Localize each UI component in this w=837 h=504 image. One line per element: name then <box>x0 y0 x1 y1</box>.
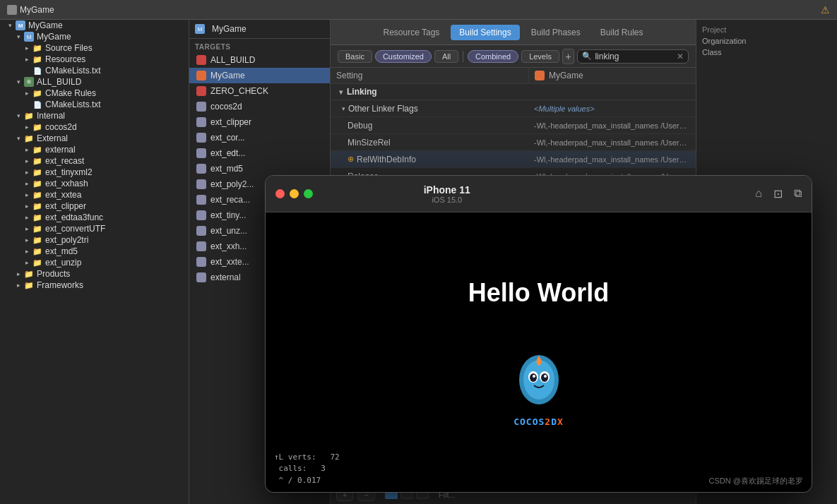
all-filter-btn[interactable]: All <box>434 50 458 63</box>
group-icon: 📁 <box>24 269 34 279</box>
sidebar-item-resources[interactable]: 📁 Resources <box>0 54 189 65</box>
target-label: ext_xxte... <box>210 257 249 267</box>
sidebar-item-external[interactable]: 📁 External <box>0 133 189 144</box>
chevron-icon <box>17 270 24 277</box>
section-chevron: ▾ <box>339 88 343 96</box>
rotate-btn[interactable]: ⊡ <box>773 187 783 200</box>
chevron-icon <box>25 236 32 244</box>
target-item-cocos2d[interactable]: cocos2d <box>189 99 330 114</box>
target-label: ext_clipper <box>210 117 251 127</box>
target-icon-ext-md5 <box>196 164 206 174</box>
sidebar-label: ALL_BUILD <box>37 77 81 87</box>
file-navigator: M MyGame M MyGame 📁 Source Files 📁 Resou… <box>0 20 189 504</box>
target-label: ext_unz... <box>210 226 247 236</box>
sidebar-item-ext-edtaa3func[interactable]: 📁 ext_edtaa3func <box>0 212 189 223</box>
group-icon: 📁 <box>32 212 42 222</box>
sidebar-item-ext-unzip[interactable]: 📁 ext_unzip <box>0 257 189 268</box>
chevron-icon <box>25 225 32 232</box>
sidebar-item-mygame-root[interactable]: M MyGame <box>0 20 189 31</box>
relwithdebinfo-row[interactable]: ⊕ RelWithDebInfo -Wl,-headerpad_max_inst… <box>331 151 696 168</box>
sidebar-item-ext-clipper[interactable]: 📁 ext_clipper <box>0 200 189 212</box>
combined-filter-btn[interactable]: Combined <box>468 50 518 63</box>
target-label: ext_xxh... <box>210 241 247 251</box>
target-item-all-build[interactable]: ALL_BUILD <box>189 52 330 68</box>
linking-section-header[interactable]: ▾ Linking <box>331 84 696 100</box>
maximize-button[interactable] <box>304 189 313 198</box>
screenshot-btn[interactable]: ⧉ <box>794 187 802 200</box>
divider <box>463 51 463 62</box>
search-input[interactable] <box>595 52 674 61</box>
sidebar-item-frameworks[interactable]: 📁 Frameworks <box>0 280 189 291</box>
chevron-icon <box>25 259 32 266</box>
levels-filter-btn[interactable]: Levels <box>521 50 559 63</box>
sidebar-label: CMakeLists.txt <box>45 66 101 76</box>
sidebar-label: CMake Rules <box>45 88 96 98</box>
sidebar-label: MyGame <box>37 32 71 42</box>
search-icon: 🔍 <box>582 52 592 61</box>
tab-build-rules[interactable]: Build Rules <box>592 25 652 40</box>
sidebar-item-mygame-child[interactable]: M MyGame <box>0 31 189 42</box>
chevron-icon <box>17 282 24 289</box>
class-label: Class <box>702 48 831 56</box>
debug-row[interactable]: Debug -Wl,-headerpad_max_install_names /… <box>331 117 696 134</box>
target-icon-mygame <box>196 71 206 80</box>
sidebar-item-internal[interactable]: 📁 Internal <box>0 110 189 121</box>
target-label: ALL_BUILD <box>210 55 255 65</box>
clear-search-btn[interactable]: ✕ <box>677 52 684 61</box>
tab-build-phases[interactable]: Build Phases <box>523 25 589 40</box>
target-label: ZERO_CHECK <box>210 86 268 96</box>
chevron-icon <box>8 22 16 29</box>
group-icon: 📁 <box>32 235 42 245</box>
sidebar-item-cmakelists1[interactable]: 📄 CMakeLists.txt <box>0 65 189 76</box>
svg-point-4 <box>530 373 537 382</box>
target-item-ext-cor[interactable]: ext_cor... <box>189 130 330 145</box>
close-button[interactable] <box>275 189 285 198</box>
tab-build-settings[interactable]: Build Settings <box>451 25 519 40</box>
chevron-icon <box>25 157 32 164</box>
target-icon-ext-clipper <box>196 117 206 127</box>
sidebar-item-external-child[interactable]: 📁 external <box>0 144 189 155</box>
tab-resource-tags[interactable]: Resource Tags <box>375 25 449 40</box>
sidebar-item-ext-convertutf[interactable]: 📁 ext_convertUTF <box>0 223 189 234</box>
sidebar-item-ext-xxtea[interactable]: 📁 ext_xxtea <box>0 189 189 200</box>
cocos-logo-svg <box>507 350 571 414</box>
chevron-icon <box>25 169 32 176</box>
target-item-ext-clipper[interactable]: ext_clipper <box>189 114 330 130</box>
target-item-zero-check[interactable]: ZERO_CHECK <box>189 83 330 99</box>
sidebar-item-ext-poly2tri[interactable]: 📁 ext_poly2tri <box>0 234 189 246</box>
target-item-ext-md5[interactable]: ext_md5 <box>189 161 330 176</box>
sidebar-label: ext_clipper <box>45 201 86 211</box>
subsection-label: Other Linker Flags <box>348 104 418 114</box>
other-linker-flags-row[interactable]: ▾ Other Linker Flags <Multiple values> <box>331 100 696 117</box>
setting-value-multiple: <Multiple values> <box>528 102 696 115</box>
project-file-icon: M <box>16 20 25 30</box>
setting-name-label: RelWithDebInfo <box>357 155 416 164</box>
sidebar-item-ext-tinyxml2[interactable]: 📁 ext_tinyxml2 <box>0 167 189 178</box>
customized-filter-btn[interactable]: Customized <box>375 50 432 63</box>
sidebar-label: ext_xxhash <box>45 179 88 188</box>
minsizerel-row[interactable]: MinSizeRel -Wl,-headerpad_max_install_na… <box>331 134 696 151</box>
sidebar-item-all-build[interactable]: ⊞ ALL_BUILD <box>0 76 189 88</box>
sidebar-label: Source Files <box>45 43 93 53</box>
sidebar-item-cmake-rules[interactable]: 📁 CMake Rules <box>0 88 189 99</box>
target-item-ext-edt[interactable]: ext_edt... <box>189 145 330 161</box>
sidebar-item-source-files[interactable]: 📁 Source Files <box>0 42 189 54</box>
group-icon: 📁 <box>24 133 34 143</box>
sidebar-item-products[interactable]: 📁 Products <box>0 268 189 280</box>
home-btn[interactable]: ⌂ <box>755 187 762 200</box>
add-setting-btn[interactable]: + <box>562 49 574 64</box>
sidebar-item-cocos2d-internal[interactable]: 📁 cocos2d <box>0 121 189 133</box>
cocos-logo: COCOS2DX <box>507 350 571 427</box>
target-label: MyGame <box>210 71 245 80</box>
sidebar-item-cmakelists2[interactable]: 📄 CMakeLists.txt <box>0 99 189 110</box>
project-section-label: Project <box>702 25 831 34</box>
simulator-screen: Hello World <box>266 212 812 492</box>
sidebar-item-ext-recast[interactable]: 📁 ext_recast <box>0 155 189 167</box>
target-label: external <box>210 272 241 282</box>
target-item-mygame[interactable]: MyGame <box>189 68 330 83</box>
sidebar-item-ext-xxhash[interactable]: 📁 ext_xxhash <box>0 178 189 189</box>
basic-filter-btn[interactable]: Basic <box>338 50 372 63</box>
minimize-button[interactable] <box>290 189 299 198</box>
ios-simulator: iPhone 11 iOS 15.0 ⌂ ⊡ ⧉ Hello World <box>265 175 812 493</box>
sidebar-item-ext-md5[interactable]: 📁 ext_md5 <box>0 246 189 257</box>
